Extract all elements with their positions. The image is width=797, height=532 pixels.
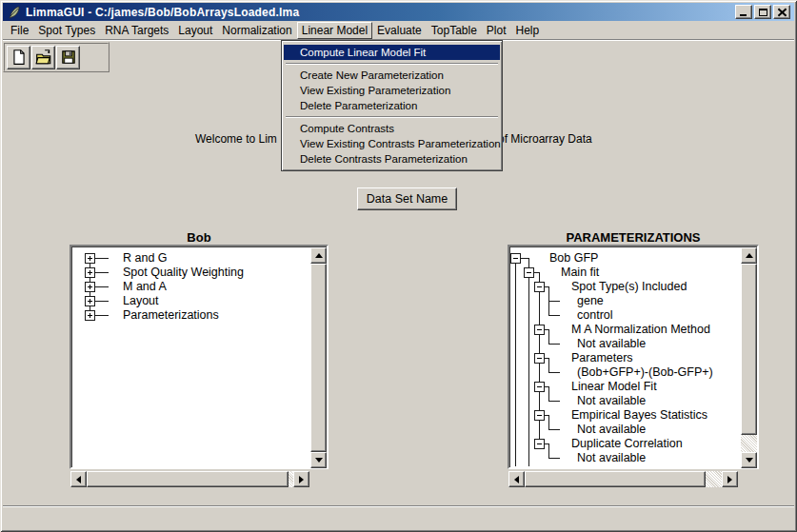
collapse-minus-icon[interactable]	[524, 267, 534, 278]
tree-line	[548, 443, 549, 458]
expand-plus-icon[interactable]	[85, 296, 95, 306]
menu-layout[interactable]: Layout	[173, 22, 217, 39]
collapse-minus-icon[interactable]	[510, 253, 521, 264]
scroll-right-button[interactable]	[293, 471, 309, 487]
expand-plus-icon[interactable]	[85, 253, 95, 264]
left-arrow-icon	[514, 476, 519, 483]
menu-evaluate[interactable]: Evaluate	[372, 22, 427, 39]
scroll-down-button[interactable]	[741, 452, 757, 468]
tree-line	[548, 315, 560, 316]
menuitem-compute-contrasts[interactable]: Compute Contrasts	[284, 121, 500, 136]
window-title: LimmaGUI - C:/james/Bob/BobArraysLoaded.…	[26, 6, 299, 19]
feather-icon	[7, 5, 22, 20]
menuitem-view-existing-contrasts-parameterization[interactable]: View Existing Contrasts Parameterization	[284, 136, 500, 151]
scroll-left-button[interactable]	[70, 471, 87, 487]
tree-node-empirical-bayes-statistics[interactable]: Empirical Bayes Statistics	[571, 408, 707, 422]
toolbar	[3, 42, 110, 72]
menu-linear-model[interactable]: Linear Model	[297, 22, 372, 39]
scroll-down-button[interactable]	[310, 452, 327, 468]
left-horizontal-scrollbar[interactable]	[70, 471, 309, 487]
collapse-minus-icon[interactable]	[534, 325, 545, 335]
tree-node-parameterizations[interactable]: Parameterizations	[123, 308, 219, 322]
menuitem-create-new-parameterization[interactable]: Create New Parameterization	[284, 68, 500, 83]
scrollbar-trough[interactable]	[706, 471, 722, 487]
scrollbar-thumb[interactable]	[87, 471, 289, 487]
tree-node-duplicate-correlation[interactable]: Duplicate Correlation	[571, 437, 683, 450]
tree-line	[548, 386, 549, 401]
tree-node-m-and-a[interactable]: M and A	[123, 280, 167, 293]
expand-plus-icon[interactable]	[85, 282, 95, 292]
save-file-button[interactable]	[56, 46, 80, 69]
expand-plus-icon[interactable]	[85, 267, 95, 278]
titlebar[interactable]: LimmaGUI - C:/james/Bob/BobArraysLoaded.…	[3, 3, 794, 21]
maximize-button[interactable]	[754, 5, 771, 19]
linear-model-dropdown-menu: Compute Linear Model FitCreate New Param…	[281, 40, 503, 171]
scrollbar-trough[interactable]	[741, 435, 757, 452]
tree-line	[520, 258, 528, 259]
scroll-right-button[interactable]	[722, 471, 738, 487]
tree-node-main-fit[interactable]: Main fit	[561, 266, 599, 279]
scroll-up-button[interactable]	[741, 247, 757, 264]
tree-node-m-a-normalization-method[interactable]: M A Normalization Method	[571, 323, 710, 336]
data-set-name-button[interactable]: Data Set Name	[357, 187, 457, 210]
tree-node-not-available[interactable]: Not available	[577, 423, 646, 436]
tree-node-spot-quality-weighting[interactable]: Spot Quality Weighting	[123, 266, 244, 279]
tree-line	[94, 315, 109, 316]
menu-bar: FileSpot TypesRNA TargetsLayoutNormaliza…	[3, 21, 794, 39]
tree-node-parameters[interactable]: Parameters	[571, 351, 633, 365]
menu-spot-types[interactable]: Spot Types	[33, 22, 100, 39]
tree-node-not-available[interactable]: Not available	[577, 394, 646, 407]
menu-normalization[interactable]: Normalization	[217, 22, 296, 39]
tree-node-linear-model-fit[interactable]: Linear Model Fit	[571, 380, 657, 393]
new-file-button[interactable]	[7, 46, 30, 69]
up-arrow-icon	[746, 253, 753, 258]
tree-line	[548, 401, 560, 402]
collapse-minus-icon[interactable]	[534, 410, 545, 421]
menuitem-delete-contrasts-parameterization[interactable]: Delete Contrasts Parameterization	[284, 151, 500, 167]
left-vertical-scrollbar[interactable]	[310, 247, 327, 468]
menu-rna-targets[interactable]: RNA Targets	[100, 22, 173, 39]
menu-toptable[interactable]: TopTable	[427, 22, 482, 39]
tree-node-not-available[interactable]: Not available	[577, 451, 646, 464]
collapse-minus-icon[interactable]	[534, 353, 545, 364]
tree-node-control[interactable]: control	[577, 308, 613, 322]
menu-help[interactable]: Help	[511, 22, 545, 39]
right-vertical-scrollbar[interactable]	[741, 247, 757, 468]
tree-node-gene[interactable]: gene	[577, 294, 604, 307]
open-file-button[interactable]	[31, 46, 55, 69]
tree-node-bob-gfp-bob-gfp[interactable]: (Bob+GFP+)-(Bob-GFP+)	[577, 365, 713, 379]
tree-node-not-available[interactable]: Not available	[577, 337, 646, 350]
dataset-tree-panel: R and GSpot Quality WeightingM and ALayo…	[70, 245, 329, 469]
menuitem-view-existing-parameterization[interactable]: View Existing Parameterization	[284, 83, 500, 98]
right-arrow-icon	[299, 476, 304, 483]
right-horizontal-scrollbar[interactable]	[508, 471, 738, 487]
scrollbar-thumb[interactable]	[741, 264, 757, 435]
menu-file[interactable]: File	[6, 22, 33, 39]
scrollbar-thumb[interactable]	[310, 264, 327, 452]
scroll-up-button[interactable]	[310, 247, 327, 264]
scrollbar-thumb[interactable]	[525, 471, 706, 487]
scroll-left-button[interactable]	[508, 471, 525, 487]
menuitem-delete-parameterization[interactable]: Delete Parameterization	[284, 98, 500, 113]
menu-plot[interactable]: Plot	[482, 22, 511, 39]
tree-node-bob-gfp[interactable]: Bob GFP	[549, 251, 598, 265]
expand-plus-icon[interactable]	[85, 310, 95, 321]
tree-line	[94, 286, 109, 287]
right-arrow-icon	[727, 476, 732, 483]
collapse-minus-icon[interactable]	[534, 439, 545, 449]
tree-node-r-and-g[interactable]: R and G	[123, 251, 168, 265]
close-button[interactable]	[773, 5, 790, 19]
minimize-button[interactable]	[735, 5, 752, 19]
left-arrow-icon	[76, 476, 81, 483]
tree-line	[548, 415, 549, 429]
tree-node-spot-type-s-included[interactable]: Spot Type(s) Included	[571, 280, 687, 293]
close-icon	[778, 9, 787, 16]
tree-line	[528, 272, 529, 466]
tree-line	[548, 358, 549, 372]
collapse-minus-icon[interactable]	[534, 282, 545, 292]
down-arrow-icon	[315, 458, 323, 463]
dataset-tree: R and GSpot Quality WeightingM and ALayo…	[72, 247, 310, 468]
menuitem-compute-linear-model-fit[interactable]: Compute Linear Model Fit	[284, 45, 500, 60]
collapse-minus-icon[interactable]	[534, 382, 545, 392]
tree-node-layout[interactable]: Layout	[123, 294, 159, 307]
